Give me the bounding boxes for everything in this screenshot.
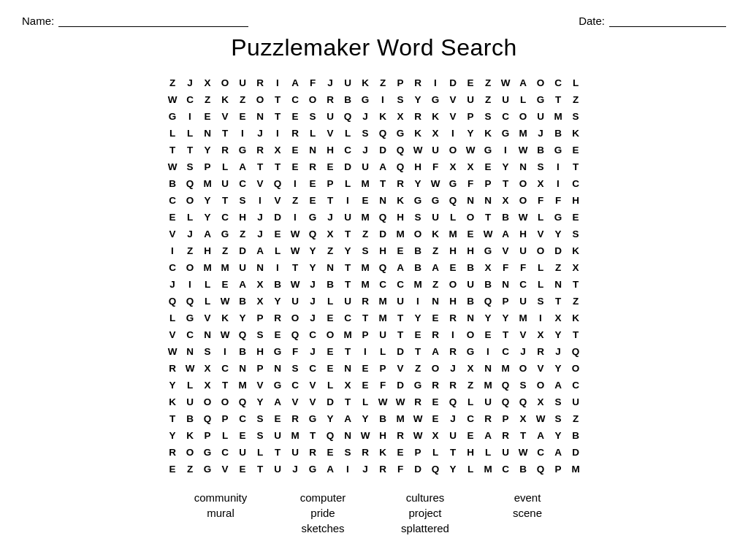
cell: N — [252, 259, 268, 275]
cell: M — [375, 293, 391, 309]
cell: J — [322, 209, 338, 225]
cell: O — [445, 276, 461, 292]
grid-container: ZJXOURIAFJUKZPRIDEZWAOCLWCZKZOTCORBGISYG… — [22, 74, 726, 477]
cell: R — [287, 125, 303, 141]
cell: Z — [550, 259, 566, 275]
cell: A — [497, 226, 514, 242]
cell: Q — [164, 293, 180, 309]
cell: C — [497, 108, 514, 124]
cell: X — [568, 259, 584, 275]
cell: B — [182, 410, 198, 426]
cell: J — [305, 293, 321, 309]
cell: X — [392, 108, 408, 124]
cell: T — [217, 192, 233, 208]
cell: Y — [234, 310, 251, 326]
cell: C — [497, 343, 514, 359]
cell: B — [270, 276, 286, 292]
cell: B — [515, 461, 531, 477]
cell: Z — [217, 242, 233, 258]
date-underline — [609, 15, 726, 27]
cell: Q — [497, 394, 514, 410]
cell: I — [410, 293, 426, 309]
cell: G — [410, 377, 426, 393]
cell: O — [217, 394, 233, 410]
cell: V — [287, 394, 303, 410]
cell: T — [480, 209, 496, 225]
word-item: sketches — [294, 522, 352, 534]
cell: B — [410, 259, 426, 275]
cell: L — [217, 427, 233, 443]
cell: E — [287, 142, 303, 158]
cell: Z — [287, 192, 303, 208]
cell: J — [182, 74, 198, 91]
cell: I — [550, 158, 566, 174]
cell: N — [252, 108, 268, 124]
cell: L — [568, 74, 584, 91]
cell: C — [568, 175, 584, 191]
cell: T — [392, 310, 408, 326]
cell: I — [164, 242, 180, 258]
cell: D — [410, 461, 426, 477]
word-item: computer — [294, 491, 352, 504]
cell: C — [305, 360, 321, 376]
cell: G — [462, 343, 478, 359]
cell: E — [427, 310, 443, 326]
cell: N — [550, 276, 566, 292]
cell: E — [568, 209, 584, 225]
cell: I — [182, 108, 198, 124]
cell: G — [199, 461, 215, 477]
cell: Z — [234, 91, 251, 107]
cell: U — [462, 276, 478, 292]
cell: T — [217, 125, 233, 141]
cell: N — [515, 158, 531, 174]
cell: C — [234, 175, 251, 191]
cell: O — [252, 91, 268, 107]
cell: G — [305, 461, 321, 477]
cell: I — [217, 343, 233, 359]
word-item: scene — [498, 507, 557, 519]
cell: Y — [199, 192, 215, 208]
cell: M — [357, 209, 373, 225]
cell: O — [462, 326, 478, 342]
cell: G — [182, 310, 198, 326]
cell: O — [305, 91, 321, 107]
cell: P — [199, 427, 215, 443]
cell: G — [533, 91, 549, 107]
cell: Y — [550, 226, 566, 242]
cell: R — [322, 91, 338, 107]
cell: Z — [568, 91, 584, 107]
cell: E — [287, 108, 303, 124]
cell: M — [234, 377, 251, 393]
cell: I — [375, 91, 391, 107]
cell: P — [550, 461, 566, 477]
cell: M — [340, 326, 356, 342]
cell: J — [305, 343, 321, 359]
cell: U — [462, 91, 478, 107]
cell: R — [445, 377, 461, 393]
cell: M — [199, 259, 215, 275]
cell: V — [305, 394, 321, 410]
cell: L — [462, 394, 478, 410]
cell: U — [445, 427, 461, 443]
cell: H — [375, 242, 391, 258]
cell: H — [410, 158, 426, 174]
cell: T — [270, 444, 286, 460]
cell: F — [392, 461, 408, 477]
cell: H — [375, 427, 391, 443]
cell: X — [199, 74, 215, 91]
cell: L — [182, 209, 198, 225]
cell: B — [568, 427, 584, 443]
cell: M — [392, 226, 408, 242]
cell: I — [340, 192, 356, 208]
cell: Q — [322, 427, 338, 443]
cell: J — [322, 74, 338, 91]
cell: M — [445, 226, 461, 242]
cell: J — [550, 343, 566, 359]
cell: G — [357, 91, 373, 107]
cell: Y — [480, 310, 496, 326]
cell: T — [340, 394, 356, 410]
cell: E — [287, 158, 303, 174]
cell: W — [375, 394, 391, 410]
cell: L — [375, 343, 391, 359]
cell: I — [550, 175, 566, 191]
